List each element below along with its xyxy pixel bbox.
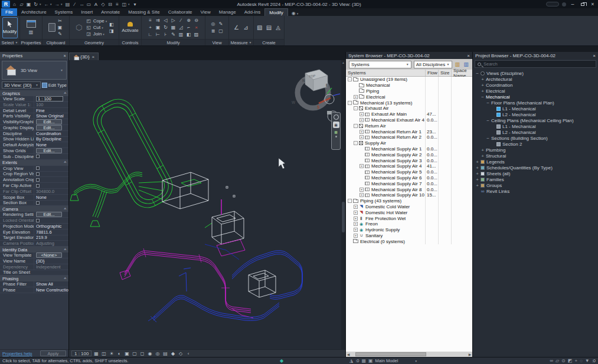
project-search[interactable] xyxy=(475,60,596,68)
system-row[interactable]: Mechanical Supply Air 70.0... xyxy=(346,181,472,186)
property-value[interactable]: By Discipline xyxy=(34,136,68,142)
system-row[interactable]: +Mechanical Supply Air 441... xyxy=(346,163,472,169)
property-value[interactable]: Edit... xyxy=(34,212,68,217)
system-item[interactable]: +Mechanical Exhaust Air 4 xyxy=(346,117,425,123)
browser-item[interactable]: +Electrical xyxy=(473,88,598,94)
expander-plus[interactable]: + xyxy=(360,112,364,116)
default-3d-view-icon[interactable]: ◇ xyxy=(100,1,106,8)
column-header-flow[interactable]: Flow xyxy=(425,70,438,76)
media-dropdown-icon[interactable]: ▾ xyxy=(297,12,299,15)
move-icon[interactable]: + xyxy=(146,24,154,31)
tab-add-ins[interactable]: Add-Ins xyxy=(240,8,265,16)
system-row[interactable]: +Electrical xyxy=(346,94,472,100)
minimize-button[interactable]: – xyxy=(569,1,576,8)
system-row[interactable]: -Exhaust Air xyxy=(346,106,472,112)
edit-type-button[interactable]: Edit Type xyxy=(42,81,67,88)
scale-icon[interactable]: ◿ xyxy=(177,24,185,31)
expander-minus[interactable]: − xyxy=(475,71,479,76)
tab-manage[interactable]: Manage xyxy=(215,8,240,16)
property-checkbox[interactable] xyxy=(36,172,40,176)
activate-icon[interactable] xyxy=(128,22,133,27)
system-row[interactable]: +Exhaust Air Main47... xyxy=(346,112,472,117)
system-item[interactable]: +▮Fire Protection Wet xyxy=(346,215,425,221)
section-identity-data[interactable]: Identity Data^ xyxy=(0,247,68,252)
customize-qat-icon[interactable]: ▾ xyxy=(132,1,138,8)
column-header-space-name[interactable]: Space Name xyxy=(451,70,472,76)
revit-logo-icon[interactable]: R xyxy=(2,1,10,8)
switch-windows-icon[interactable]: ◫ xyxy=(121,1,128,8)
property-value[interactable] xyxy=(34,172,68,176)
apply-button[interactable]: Apply xyxy=(40,350,66,356)
system-item[interactable]: +Mechanical Return Air 2 xyxy=(346,135,425,140)
cut-geometry-big-icon[interactable]: ⬡ xyxy=(74,23,84,32)
tab-annotate[interactable]: Annotate xyxy=(97,8,124,16)
canvas-vertical-scrollbar[interactable]: ▲ xyxy=(341,60,345,349)
trim-multiple-icon[interactable]: ⊦ xyxy=(162,31,169,38)
property-value[interactable]: Independent xyxy=(34,264,68,270)
property-value[interactable]: Coordination xyxy=(34,131,68,136)
browser-item[interactable]: +Plumbing xyxy=(473,147,598,153)
expander-plus[interactable]: + xyxy=(360,164,364,168)
delete-icon[interactable]: × xyxy=(192,24,200,31)
autofit-columns-icon[interactable]: ▥ xyxy=(455,61,461,68)
trim-single-icon[interactable]: ⊢ xyxy=(154,31,162,38)
tab-insert[interactable]: Insert xyxy=(77,8,97,16)
restore-button[interactable] xyxy=(579,1,586,8)
match-type-icon[interactable]: ✎ xyxy=(169,31,177,38)
properties-close-icon[interactable]: × xyxy=(64,53,66,58)
property-value[interactable] xyxy=(34,184,68,188)
family-types-icon[interactable]: ▥ xyxy=(28,29,34,35)
expander-plus[interactable]: + xyxy=(354,205,358,209)
tab-massing-site[interactable]: Massing & Site xyxy=(124,8,164,16)
system-item[interactable]: Mechanical Supply Air 1 xyxy=(346,146,425,152)
split-element-icon[interactable]: ∕ xyxy=(177,17,185,24)
system-row[interactable]: +Mechanical Supply Air 80.0... xyxy=(346,186,472,192)
system-item[interactable]: +Mechanical Supply Air 4 xyxy=(346,163,425,169)
property-value[interactable]: None xyxy=(34,142,68,147)
temporary-hide-icon[interactable]: ◉ xyxy=(146,350,153,357)
drag-on-selection-icon[interactable]: + xyxy=(574,358,577,363)
modify-button[interactable]: Modify xyxy=(2,17,18,38)
expander-plus[interactable]: + xyxy=(481,88,485,94)
align-icon[interactable]: ≡ xyxy=(146,17,154,24)
expander-plus[interactable]: + xyxy=(481,147,485,153)
scale-button[interactable]: 1 : 100 xyxy=(71,350,92,356)
system-item[interactable]: Electrical (0 systems) xyxy=(346,238,425,244)
scrollbar-thumb[interactable] xyxy=(342,202,345,232)
expander-minus[interactable]: − xyxy=(486,136,490,141)
property-value[interactable]: Show Original xyxy=(34,113,68,119)
measure-tool-icon[interactable]: ∠ xyxy=(233,24,241,31)
measure-icon[interactable]: ∕ xyxy=(71,1,78,8)
beam-icon[interactable]: ◧ xyxy=(108,21,115,27)
expander-plus[interactable]: + xyxy=(475,183,479,188)
system-row[interactable]: +Mechanical Return Air 20.0... xyxy=(346,135,472,140)
pin-icon[interactable]: ⊕ xyxy=(185,17,192,24)
redo-icon[interactable]: → xyxy=(54,1,60,8)
expander-minus[interactable]: - xyxy=(348,199,352,203)
section-camera[interactable]: Camera^ xyxy=(0,206,68,212)
expander-plus[interactable]: + xyxy=(360,193,364,197)
background-processes-icon[interactable]: ◌ xyxy=(580,358,583,363)
list-icon[interactable]: ≣ xyxy=(210,28,217,35)
aligned-dimension-icon[interactable]: ↔ xyxy=(79,1,85,8)
properties-help-link[interactable]: Properties help xyxy=(2,351,32,356)
system-item[interactable]: Mechanical Supply Air 3 xyxy=(346,158,425,163)
system-item[interactable]: Mechanical Supply Air 2 xyxy=(346,152,425,158)
type-selector[interactable]: 3D View ▼ xyxy=(2,61,67,80)
temporary-view-properties-icon[interactable]: ▤ xyxy=(162,350,168,357)
crop-view-icon[interactable]: ▣ xyxy=(123,350,130,357)
undo-icon[interactable]: ← xyxy=(43,1,50,8)
create-assembly-icon[interactable]: ◬ xyxy=(274,24,282,31)
rotate-icon[interactable]: ↻ xyxy=(162,24,169,31)
select-links-icon[interactable]: ∞ xyxy=(550,358,553,363)
array-icon[interactable]: ▦ xyxy=(169,24,177,31)
system-row[interactable]: Mechanical Supply Air 60.0... xyxy=(346,175,472,181)
create-group-icon[interactable]: ▧ xyxy=(256,24,264,31)
property-checkbox[interactable] xyxy=(36,201,40,205)
expander-minus[interactable]: − xyxy=(486,100,490,106)
property-checkbox[interactable] xyxy=(36,184,40,188)
panel-label-select[interactable]: Select▼ xyxy=(0,39,19,45)
design-option-dropdown-icon[interactable]: ▼ xyxy=(414,359,417,363)
system-item[interactable]: +◥Domestic Hot Water xyxy=(346,209,425,215)
expander-plus[interactable]: + xyxy=(475,177,479,182)
